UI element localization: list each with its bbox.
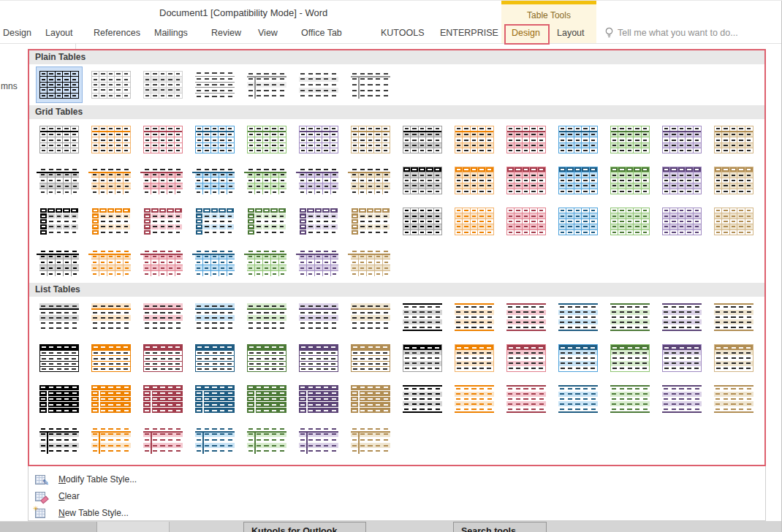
- ribbon-tab-review[interactable]: Review: [211, 28, 241, 38]
- table-style-thumb-g1-red[interactable]: [140, 121, 186, 158]
- table-style-thumb-g3-tan[interactable]: [347, 162, 394, 199]
- table-style-thumb-g3-purple[interactable]: [295, 162, 342, 199]
- table-style-thumb-l1-red[interactable]: [140, 299, 186, 335]
- table-style-thumb-p7[interactable]: [347, 66, 394, 103]
- table-style-thumb-l2-blue[interactable]: [555, 299, 601, 335]
- table-style-thumb-l6-black[interactable]: [399, 381, 446, 417]
- table-style-thumb-l7-purple[interactable]: [295, 422, 342, 458]
- table-style-thumb-g7-black[interactable]: [36, 244, 83, 281]
- table-style-thumb-g7-blue[interactable]: [191, 244, 238, 281]
- table-style-thumb-g1-tan[interactable]: [347, 121, 394, 158]
- table-style-thumb-g7-green[interactable]: [243, 244, 290, 281]
- table-style-thumb-g5-black[interactable]: [36, 203, 83, 240]
- table-style-thumb-l4-blue[interactable]: [555, 340, 601, 376]
- table-style-thumb-g7-purple[interactable]: [295, 244, 342, 281]
- ribbon-tab-design[interactable]: Design: [3, 28, 31, 38]
- table-style-thumb-p5[interactable]: [243, 66, 290, 103]
- table-style-thumb-g4-black[interactable]: [399, 162, 446, 199]
- table-style-thumb-g3-green[interactable]: [243, 162, 290, 199]
- table-style-thumb-l4-purple[interactable]: [658, 340, 705, 376]
- taskbar-item[interactable]: Kutools for Outlook: [243, 522, 366, 532]
- ribbon-tab-kutools[interactable]: KUTOOLS: [381, 28, 425, 38]
- table-style-thumb-g5-purple[interactable]: [295, 203, 342, 240]
- table-style-thumb-g5-tan[interactable]: [347, 203, 394, 240]
- table-style-thumb-l5-purple[interactable]: [295, 381, 342, 417]
- ribbon-tab-layout-contextual[interactable]: Layout: [557, 28, 585, 38]
- table-style-thumb-g4-orange[interactable]: [451, 162, 498, 199]
- table-style-thumb-l7-blue[interactable]: [191, 422, 238, 458]
- table-style-thumb-l4-orange[interactable]: [451, 340, 498, 376]
- menu-item-clear[interactable]: Clear: [29, 487, 765, 504]
- table-style-thumb-g1-orange[interactable]: [88, 121, 134, 158]
- ribbon-tab-references[interactable]: References: [94, 28, 140, 38]
- table-style-thumb-l2-tan[interactable]: [710, 299, 757, 335]
- table-style-thumb-g2-purple[interactable]: [658, 121, 705, 158]
- table-style-thumb-l1-orange[interactable]: [88, 299, 134, 335]
- table-style-thumb-l3-purple[interactable]: [295, 340, 342, 376]
- table-style-thumb-g3-red[interactable]: [140, 162, 186, 199]
- table-style-thumb-l6-orange[interactable]: [451, 381, 498, 417]
- ribbon-tab-mailings[interactable]: Mailings: [154, 28, 188, 38]
- table-style-thumb-g3-black[interactable]: [36, 162, 83, 199]
- table-style-thumb-g2-orange[interactable]: [451, 121, 498, 158]
- table-style-thumb-l3-black[interactable]: [36, 340, 83, 376]
- table-style-thumb-g7-tan[interactable]: [347, 244, 394, 281]
- ribbon-tab-enterprise[interactable]: ENTERPRISE: [440, 28, 498, 38]
- table-style-thumb-g4-green[interactable]: [607, 162, 653, 199]
- table-style-thumb-g7-red[interactable]: [140, 244, 186, 281]
- table-style-thumb-l4-tan[interactable]: [710, 340, 757, 376]
- table-style-thumb-l2-green[interactable]: [607, 299, 653, 335]
- table-style-thumb-g6-orange[interactable]: [451, 203, 498, 240]
- table-style-thumb-l4-black[interactable]: [399, 340, 446, 376]
- table-style-thumb-l2-purple[interactable]: [658, 299, 705, 335]
- table-style-thumb-p4[interactable]: [191, 66, 238, 103]
- table-style-thumb-l7-green[interactable]: [243, 422, 290, 458]
- table-style-thumb-l5-green[interactable]: [243, 381, 290, 417]
- table-style-thumb-l7-tan[interactable]: [347, 422, 394, 458]
- table-style-thumb-l3-tan[interactable]: [347, 340, 394, 376]
- table-style-thumb-g3-blue[interactable]: [191, 162, 238, 199]
- ribbon-tab-office-tab[interactable]: Office Tab: [301, 28, 342, 38]
- table-style-thumb-g5-green[interactable]: [243, 203, 290, 240]
- table-style-thumb-g2-green[interactable]: [607, 121, 653, 158]
- table-style-thumb-l2-red[interactable]: [503, 299, 550, 335]
- table-style-thumb-l5-orange[interactable]: [88, 381, 134, 417]
- table-style-thumb-l3-green[interactable]: [243, 340, 290, 376]
- table-style-thumb-l6-purple[interactable]: [658, 381, 705, 417]
- menu-item-new-table-style[interactable]: ✳New Table Style...: [29, 504, 765, 521]
- table-style-thumb-g6-green[interactable]: [607, 203, 653, 240]
- table-style-thumb-g4-purple[interactable]: [658, 162, 705, 199]
- table-style-thumb-g2-red[interactable]: [503, 121, 550, 158]
- table-style-thumb-l1-green[interactable]: [243, 299, 290, 335]
- table-style-thumb-l7-black[interactable]: [36, 422, 83, 458]
- table-style-thumb-g5-orange[interactable]: [88, 203, 134, 240]
- table-style-thumb-g6-black[interactable]: [399, 203, 446, 240]
- table-style-thumb-l2-black[interactable]: [399, 299, 446, 335]
- tell-me-box[interactable]: Tell me what you want to do...: [605, 27, 738, 39]
- table-style-thumb-l6-green[interactable]: [607, 381, 653, 417]
- table-style-thumb-l1-blue[interactable]: [191, 299, 238, 335]
- table-style-thumb-l7-red[interactable]: [140, 422, 186, 458]
- table-style-thumb-l1-purple[interactable]: [295, 299, 342, 335]
- table-style-thumb-g1-black[interactable]: [36, 121, 83, 158]
- table-style-thumb-g1-green[interactable]: [243, 121, 290, 158]
- table-style-thumb-g6-red[interactable]: [503, 203, 550, 240]
- table-style-thumb-l5-black[interactable]: [36, 381, 83, 417]
- table-style-thumb-g6-blue[interactable]: [555, 203, 601, 240]
- ribbon-tab-view[interactable]: View: [258, 28, 278, 38]
- table-style-thumb-g7-orange[interactable]: [88, 244, 134, 281]
- table-style-thumb-l1-black[interactable]: [36, 299, 83, 335]
- table-style-thumb-g5-red[interactable]: [140, 203, 186, 240]
- table-style-thumb-l3-blue[interactable]: [191, 340, 238, 376]
- table-style-thumb-g4-blue[interactable]: [555, 162, 601, 199]
- table-style-thumb-g1-blue[interactable]: [191, 121, 238, 158]
- table-style-thumb-p1[interactable]: [36, 66, 83, 103]
- table-style-thumb-g5-blue[interactable]: [191, 203, 238, 240]
- table-style-thumb-g2-tan[interactable]: [710, 121, 757, 158]
- table-style-thumb-g1-purple[interactable]: [295, 121, 342, 158]
- table-style-thumb-l7-orange[interactable]: [88, 422, 134, 458]
- table-style-thumb-g6-tan[interactable]: [710, 203, 757, 240]
- table-style-thumb-g4-red[interactable]: [503, 162, 550, 199]
- table-style-thumb-l5-red[interactable]: [140, 381, 186, 417]
- table-style-thumb-l3-orange[interactable]: [88, 340, 134, 376]
